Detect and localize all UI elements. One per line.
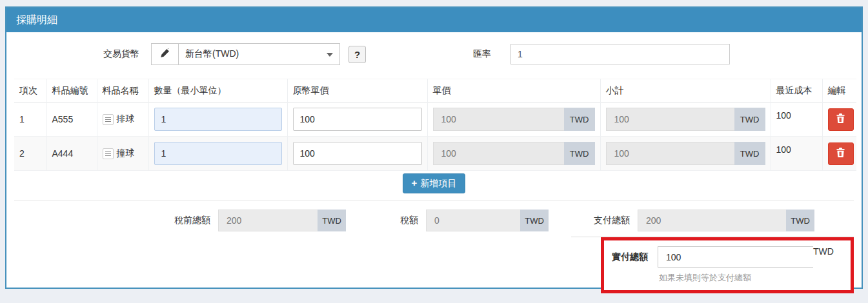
- panel-title: 採購明細: [16, 14, 57, 27]
- tax-input: [426, 210, 520, 231]
- currency-select[interactable]: 新台幣(TWD): [178, 43, 340, 65]
- add-item-button[interactable]: +新增項目: [403, 173, 466, 193]
- cell-recent-cost: 100: [771, 103, 822, 137]
- col-header-edit: 編輯: [822, 79, 856, 103]
- actual-total-group: TWD: [658, 246, 843, 268]
- payment-total-group: TWD: [638, 210, 814, 231]
- tax-label: 稅額: [400, 215, 418, 226]
- actual-total-input[interactable]: [658, 246, 813, 268]
- actual-total-hint: 如果未填則等於支付總額: [659, 272, 843, 284]
- currency-addon: TWD: [318, 210, 346, 231]
- purchase-detail-panel: 採購明細 交易貨幣 新台幣(TWD) ? 匯率: [5, 6, 863, 289]
- cell-index: 1: [14, 103, 46, 137]
- payment-total-input: [638, 210, 786, 231]
- cell-index: 2: [14, 137, 46, 171]
- panel-header: 採購明細: [6, 8, 862, 32]
- cell-part-no: A555: [46, 103, 97, 137]
- orig-price-input[interactable]: [293, 108, 422, 131]
- payment-total-label: 支付總額: [594, 215, 630, 226]
- pencil-icon: [160, 48, 170, 60]
- unit-price-input: [433, 108, 564, 131]
- subtotal-group: TWD: [606, 108, 765, 131]
- add-item-row: +新增項目: [14, 173, 854, 193]
- tax-group: TWD: [426, 210, 549, 231]
- subtotal-group: TWD: [606, 142, 765, 165]
- highlight-red-box: 實付總額 TWD 如果未填則等於支付總額: [601, 237, 854, 293]
- cell-recent-cost: 100: [771, 137, 822, 171]
- section-divider: [14, 200, 854, 201]
- orig-price-input[interactable]: [293, 142, 422, 165]
- currency-addon: TWD: [786, 210, 814, 231]
- col-header-index: 項次: [14, 79, 46, 103]
- table-row: 1 A555 排球: [14, 103, 856, 137]
- item-detail-icon[interactable]: [103, 114, 114, 125]
- table-header-row: 項次 料品編號 料品名稱 數量（最小單位） 原幣單價 單價 小計 最近成本 編輯: [14, 79, 856, 103]
- items-table: 項次 料品編號 料品名稱 數量（最小單位） 原幣單價 單價 小計 最近成本 編輯…: [14, 79, 856, 171]
- cell-part-no: A444: [46, 137, 97, 171]
- col-header-subtotal: 小計: [600, 79, 771, 103]
- col-header-orig-price: 原幣單價: [287, 79, 427, 103]
- caret-down-icon: [327, 53, 333, 57]
- delete-row-button[interactable]: [828, 142, 854, 165]
- currency-label: 交易貨幣: [103, 48, 139, 60]
- currency-addon: TWD: [564, 142, 595, 165]
- unit-price-group: TWD: [433, 142, 595, 165]
- pencil-addon: [151, 43, 178, 65]
- col-header-part-name: 料品名稱: [97, 79, 148, 103]
- currency-input-group: 新台幣(TWD): [151, 43, 340, 65]
- actual-total-label: 實付總額: [612, 251, 648, 263]
- currency-addon: TWD: [813, 246, 843, 268]
- col-header-qty: 數量（最小單位）: [148, 79, 287, 103]
- pretax-total-input: [218, 210, 318, 231]
- plus-icon: +: [412, 177, 418, 188]
- cell-part-name: 撞球: [117, 148, 135, 159]
- pretax-total-label: 稅前總額: [174, 215, 210, 226]
- currency-addon: TWD: [734, 108, 765, 131]
- rate-label: 匯率: [473, 48, 491, 60]
- col-header-unit-price: 單價: [427, 79, 600, 103]
- currency-help-button[interactable]: ?: [348, 46, 366, 63]
- currency-addon: TWD: [564, 108, 595, 131]
- currency-addon: TWD: [734, 142, 765, 165]
- pretax-total-group: TWD: [218, 210, 346, 231]
- add-item-label: 新增項目: [420, 178, 456, 188]
- trash-icon: [836, 148, 845, 159]
- subtotal-input: [606, 108, 734, 131]
- cell-part-name: 排球: [117, 113, 135, 125]
- panel-body: 交易貨幣 新台幣(TWD) ? 匯率: [6, 32, 862, 293]
- trash-icon: [836, 113, 845, 125]
- table-row: 2 A444 撞球: [14, 137, 856, 171]
- qty-input[interactable]: [154, 142, 282, 165]
- col-header-recent-cost: 最近成本: [771, 79, 822, 103]
- currency-selected-value: 新台幣(TWD): [185, 48, 239, 60]
- col-header-part-no: 料品編號: [46, 79, 97, 103]
- actual-total-section: 實付總額 TWD 如果未填則等於支付總額: [571, 237, 854, 293]
- subtotal-input: [606, 142, 734, 165]
- qty-input[interactable]: [154, 108, 282, 131]
- item-detail-icon[interactable]: [103, 148, 114, 159]
- currency-addon: TWD: [520, 210, 549, 231]
- rate-input[interactable]: [510, 44, 730, 64]
- unit-price-input: [433, 142, 564, 165]
- unit-price-group: TWD: [433, 108, 595, 131]
- delete-row-button[interactable]: [828, 108, 854, 131]
- currency-row: 交易貨幣 新台幣(TWD) ? 匯率: [14, 43, 854, 66]
- totals-row: 稅前總額 TWD 稅額 TWD 支付總額 TWD: [14, 210, 854, 231]
